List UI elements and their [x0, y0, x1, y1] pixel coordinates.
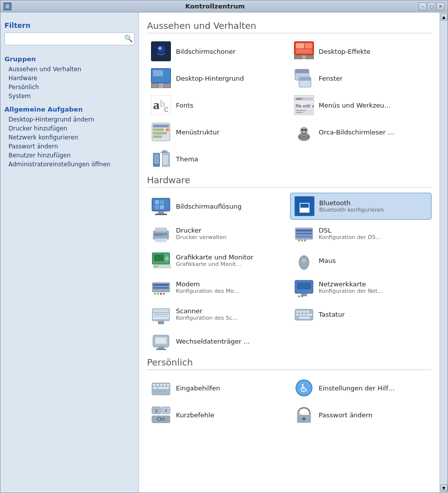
section-persoenlich-header: Persönlich [147, 357, 432, 370]
maximize-button[interactable]: □ [428, 2, 436, 10]
scrollbar[interactable]: ▲ ▼ [440, 12, 448, 493]
task-user[interactable]: Benutzer hinzufügen [4, 151, 135, 160]
svg-rect-55 [155, 214, 167, 215]
menus-title: Menüs und Werkzeu… [319, 102, 391, 109]
svg-rect-20 [299, 77, 311, 81]
svg-rect-59 [155, 228, 167, 232]
item-wechseldatentraeger[interactable]: Wechseldatenträger … [147, 328, 289, 354]
task-printer[interactable]: Drucker hinzufügen [4, 124, 135, 133]
svg-rect-53 [160, 205, 164, 209]
item-bluetooth[interactable]: ⬓ Bluetooth Bluetooth konfigurieren [290, 193, 432, 220]
task-network[interactable]: Netzwerk konfigurieren [4, 133, 135, 142]
bildschirmaufloesung-title: Bildschirmauflösung [176, 203, 242, 210]
close-button[interactable]: ✕ [437, 2, 445, 10]
search-wrapper: 🔍 [4, 32, 135, 50]
task-bg[interactable]: Desktop-Hintergrund ändern [4, 115, 135, 124]
svg-text:♿: ♿ [299, 382, 309, 394]
bildschirmaufloesung-icon [151, 196, 171, 216]
item-drucker[interactable]: Drucker Drucker verwalten [147, 221, 289, 246]
svg-rect-6 [305, 43, 312, 48]
fenster-icon [294, 68, 314, 88]
item-passwort-aendern[interactable]: Passwort ändern [290, 402, 432, 428]
section-hardware-header: Hardware [147, 175, 432, 188]
svg-rect-18 [295, 69, 309, 73]
item-kurzbefehle[interactable]: y x Ctrl Kurzbefehle [147, 402, 289, 428]
kurzbefehle-text: Kurzbefehle [176, 411, 214, 419]
item-thema[interactable]: Thema [147, 146, 289, 172]
item-grafikkarte[interactable]: Grafikkarte und Monitor Grafikkarte und … [147, 247, 289, 273]
drucker-title: Drucker [176, 227, 226, 234]
sidebar-item-persoenlich[interactable]: Persönlich [4, 83, 135, 92]
svg-rect-109 [299, 317, 310, 319]
svg-point-40 [301, 129, 303, 131]
eingabehilfen-text: Eingabehilfen [176, 384, 220, 392]
svg-rect-124 [156, 390, 167, 392]
wechseldatentraeger-title: Wechseldatenträger … [176, 338, 250, 345]
svg-point-74 [165, 256, 169, 260]
svg-point-70 [304, 240, 306, 242]
svg-rect-107 [303, 314, 305, 316]
item-orca[interactable]: Orca-Bildschirmleser … [290, 119, 432, 145]
item-dsl[interactable]: DSL Konfiguration der DS… [290, 221, 432, 246]
svg-rect-99 [158, 321, 164, 324]
svg-rect-36 [153, 135, 162, 138]
svg-rect-67 [296, 236, 312, 238]
tastatur-title: Tastatur [319, 311, 345, 318]
item-fenster[interactable]: Fenster [290, 65, 432, 91]
item-scanner[interactable]: Scanner Konfiguration des Sc… [147, 301, 289, 327]
scroll-down[interactable]: ▼ [441, 485, 448, 492]
svg-rect-103 [303, 311, 305, 313]
item-fonts[interactable]: a b c Fonts [147, 92, 289, 118]
item-bildschirmschoner[interactable]: Bildschirmschoner [147, 38, 289, 64]
item-bildschirmaufloesung[interactable]: Bildschirmauflösung [147, 193, 289, 220]
item-netzwerkkarte[interactable]: Netzwerkkarte Konfiguration der Net… [290, 274, 432, 300]
thema-title: Thema [176, 155, 198, 163]
item-desktop-effekte[interactable]: Desktop-Effekte [290, 38, 432, 64]
svg-text:Ctrl: Ctrl [157, 417, 165, 422]
passwort-aendern-text: Passwort ändern [319, 411, 373, 419]
item-desktop-hintergrund[interactable]: Desktop-Hintergrund [147, 65, 289, 91]
task-admin[interactable]: Administratoreinstellungen öffnen [4, 160, 135, 169]
svg-rect-29 [295, 109, 313, 114]
task-password[interactable]: Passwort ändern [4, 142, 135, 151]
sidebar-item-system[interactable]: System [4, 92, 135, 101]
item-tastatur[interactable]: Tastatur [290, 301, 432, 327]
titlebar: ⚙ Kontrollzentrum – □ ✕ [0, 0, 448, 12]
drucker-text: Drucker Drucker verwalten [176, 227, 226, 241]
svg-point-86 [160, 293, 162, 295]
modem-text: Modem Konfiguration des Mo… [176, 280, 239, 294]
svg-rect-90 [297, 282, 311, 289]
item-einstellungen-hilfe[interactable]: ♿ Einstellungen der Hilf… [290, 375, 432, 401]
filter-label: Filtern [4, 21, 135, 29]
svg-text:y: y [155, 408, 158, 413]
item-modem[interactable]: Modem Konfiguration des Mo… [147, 274, 289, 300]
grafikkarte-title: Grafikkarte und Monitor [176, 253, 253, 261]
fonts-icon: a b c [151, 95, 171, 115]
svg-rect-65 [296, 230, 312, 232]
desktop-effekte-text: Desktop-Effekte [319, 48, 371, 55]
sidebar-item-aussehen[interactable]: Aussehen und Verhalten [4, 65, 135, 74]
maus-text: Maus [319, 257, 336, 264]
svg-rect-44 [154, 154, 159, 164]
netzwerkkarte-text: Netzwerkkarte Konfiguration der Net… [319, 280, 383, 294]
menustruktur-title: Menüstruktur [176, 128, 219, 136]
modem-subtitle: Konfiguration des Mo… [176, 288, 239, 294]
item-eingabehilfen[interactable]: Eingabehilfen [147, 375, 289, 401]
minimize-button[interactable]: – [419, 2, 427, 10]
passwort-aendern-title: Passwort ändern [319, 411, 373, 419]
sidebar: Filtern 🔍 Gruppen Aussehen und Verhalten… [0, 12, 139, 493]
orca-text: Orca-Bildschirmleser … [319, 128, 394, 136]
item-menustruktur[interactable]: Menüstruktur [147, 119, 289, 145]
scroll-up[interactable]: ▲ [441, 13, 448, 20]
svg-point-85 [157, 293, 159, 295]
desktop-hintergrund-text: Desktop-Hintergrund [176, 75, 244, 82]
sidebar-item-hardware[interactable]: Hardware [4, 74, 135, 83]
svg-text:c: c [164, 104, 168, 114]
svg-rect-118 [160, 384, 162, 386]
search-input[interactable] [4, 32, 135, 45]
search-icon[interactable]: 🔍 [124, 34, 133, 43]
scanner-title: Scanner [176, 307, 238, 315]
item-maus[interactable]: Maus [290, 247, 432, 273]
item-menus[interactable]: file edit view Menüs und Werkzeu… [290, 92, 432, 118]
bildschirmaufloesung-text: Bildschirmauflösung [176, 203, 242, 210]
